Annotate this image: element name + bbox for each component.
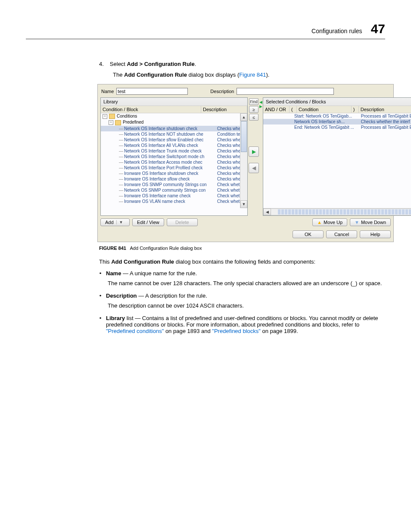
tree-row[interactable]: —Network OS Interface sflow Enabled chec… [101, 137, 247, 143]
tree-row[interactable]: —Ironware OS Interface sflow checkChecks… [101, 176, 247, 182]
cell-r3: Processes all TenGigabit E [359, 124, 411, 130]
tree-row[interactable]: —Network OS Interface NOT shutdown cheCo… [101, 131, 247, 137]
figure-caption: FIGURE 841 Add Configuration Rule dialog… [99, 246, 385, 251]
find-button[interactable]: Find [249, 98, 258, 105]
tree-row[interactable]: —Network OS Interface Switchport mode ch… [101, 154, 247, 159]
tree-row[interactable]: −Predefined [101, 119, 247, 125]
predefined-conditions-link[interactable]: "Predefined conditions" [106, 328, 164, 334]
expand-icon[interactable]: − [103, 114, 107, 119]
intro-paragraph: This Add Configuration Rule dialog box c… [99, 258, 385, 265]
add-button[interactable]: Add ▼ [100, 218, 130, 226]
delete-button[interactable]: Delete [167, 218, 198, 226]
col-description-right[interactable]: Description [359, 106, 411, 113]
edit-view-button[interactable]: Edit / View [132, 218, 164, 226]
cell-rp2 [356, 119, 359, 124]
bullet-library: • Library list — Contains a list of pred… [99, 315, 385, 334]
find-next-icon[interactable]: ≥ [249, 106, 258, 113]
move-down-button[interactable]: ▼Move Down [350, 218, 391, 226]
tree-item-label: Network OS Interface shutdown check [124, 126, 197, 131]
bullet-dot: • [99, 292, 102, 299]
cell-r2: Network OS Interface sh... [293, 119, 356, 124]
selected-hscrollbar[interactable]: ◀ ▶ [263, 208, 411, 215]
sub-prefix: The [113, 72, 124, 78]
find-prev-icon[interactable]: ≤ [249, 114, 258, 121]
bullet-description-sub: The description cannot be over 1024 ASCI… [99, 302, 385, 309]
library-tree[interactable]: −Conditions−Predefined—Network OS Interf… [101, 113, 247, 208]
col-paren-open[interactable]: ( [290, 106, 297, 113]
tree-item-label: Ironware OS Interface shutdown check [124, 171, 198, 176]
scroll-down-icon[interactable]: ▼ [240, 200, 247, 208]
description-field[interactable] [237, 88, 334, 95]
col-and-or[interactable]: AND / OR [263, 106, 290, 113]
tree-branch-icon: — [119, 143, 123, 148]
tree-item-label: Ironware OS VLAN name check [124, 199, 185, 204]
move-up-label: Move Up [324, 220, 342, 225]
tree-item-label: Network OS Interface Access mode chec [124, 160, 202, 165]
tree-branch-icon: — [119, 165, 123, 170]
move-down-label: Move Down [361, 220, 386, 225]
tree-row[interactable]: —Network OS Interface Trunk mode checkCh… [101, 148, 247, 154]
tree-row[interactable]: —Network OS Interface All VLANs checkChe… [101, 143, 247, 148]
tree-item-label: Ironware OS Interface name check [124, 193, 191, 198]
help-button[interactable]: Help [360, 230, 391, 238]
tree-item-label: Network OS Interface Switchport mode ch [124, 154, 204, 159]
sub-suffix: ). [266, 72, 269, 78]
hscroll-left-icon[interactable]: ◀ [263, 208, 271, 215]
tree-row[interactable]: —Ironware OS SNMP community Strings conC… [101, 182, 247, 187]
add-dropdown-icon[interactable]: ▼ [116, 220, 123, 224]
splitter[interactable]: ◀ ▶ [260, 97, 262, 216]
bullet-library-bold: Library [106, 315, 125, 321]
tree-row[interactable]: —Network OS Interface shutdown checkChec… [101, 126, 247, 131]
add-to-selected-button[interactable]: ▶ [249, 146, 259, 157]
bullet-library-mid2: on page 1899. [261, 328, 298, 334]
intro-prefix: This [99, 258, 111, 265]
name-label: Name [101, 89, 114, 94]
selected-panel-title: Selected Conditions / Blocks [263, 98, 411, 106]
tree-item-label: Network OS Interface Port Profiled check [124, 165, 202, 170]
intro-bold: Add Configuration Rule [111, 258, 174, 265]
tree-row[interactable]: —Network OS SNMP community Strings conCh… [101, 187, 247, 193]
bullet-name-bold: Name [106, 270, 121, 277]
tree-item-label: Conditions [117, 114, 137, 118]
col-description-left[interactable]: Description [201, 106, 247, 113]
bullet-name-sub: The name cannot be over 128 characters. … [99, 280, 385, 286]
scrollbar-thumb[interactable] [241, 121, 247, 152]
cell-r3: Processes all TenGigabit E [359, 113, 411, 119]
col-paren-close[interactable]: ) [352, 106, 359, 113]
cancel-button[interactable]: Cancel [326, 230, 357, 238]
tree-branch-icon: — [119, 177, 123, 181]
library-scrollbar[interactable]: ▲ ▼ [240, 113, 247, 208]
tree-branch-icon: — [119, 182, 123, 187]
tree-row[interactable]: —Ironware OS Interface shutdown checkChe… [101, 171, 247, 176]
tree-row[interactable]: —Network OS Interface Port Profiled chec… [101, 165, 247, 171]
selected-row[interactable]: Network OS Interface sh...Checks whether… [263, 119, 411, 124]
splitter-left-icon: ◀ [259, 100, 262, 104]
expand-icon[interactable]: − [109, 120, 113, 125]
selected-row[interactable]: End: Network OS TenGigabit ...Processes … [263, 124, 411, 130]
scroll-up-icon[interactable]: ▲ [240, 113, 247, 121]
step-prefix: Select [110, 61, 127, 67]
sub-bold: Add Configuration Rule [124, 72, 187, 78]
move-up-button[interactable]: ▲Move Up [312, 218, 347, 226]
tree-row[interactable]: —Ironware OS Interface name checkCheck w… [101, 193, 247, 199]
col-condition-block[interactable]: Condition / Block [101, 106, 201, 113]
col-condition[interactable]: Condition [297, 106, 352, 113]
tree-row[interactable]: —Network OS Interface Access mode checCh… [101, 159, 247, 165]
hscroll-track[interactable] [278, 209, 411, 215]
predefined-blocks-link[interactable]: "Predefined blocks" [212, 328, 261, 334]
selected-rows[interactable]: Start: Network OS TenGigab...Processes a… [263, 113, 411, 208]
page-number: 47 [371, 22, 385, 36]
tree-branch-icon: — [119, 149, 123, 153]
tree-row[interactable]: —Ironware OS VLAN name checkCheck whethe… [101, 199, 247, 204]
step-bold: Add > Configuration Rule [127, 61, 195, 67]
sub-mid: dialog box displays ( [187, 72, 239, 78]
bullet-name-rest: — A unique name for the rule. [121, 270, 197, 277]
selected-row[interactable]: Start: Network OS TenGigab...Processes a… [263, 113, 411, 119]
add-button-label: Add [105, 220, 114, 225]
bullet-desc-bold: Description [106, 292, 137, 299]
ok-button[interactable]: OK [293, 230, 324, 238]
tree-row[interactable]: −Conditions [101, 113, 247, 119]
remove-from-selected-button[interactable]: ◀ [249, 163, 259, 173]
figure-link[interactable]: Figure 841 [239, 72, 266, 78]
name-field[interactable] [116, 88, 188, 95]
